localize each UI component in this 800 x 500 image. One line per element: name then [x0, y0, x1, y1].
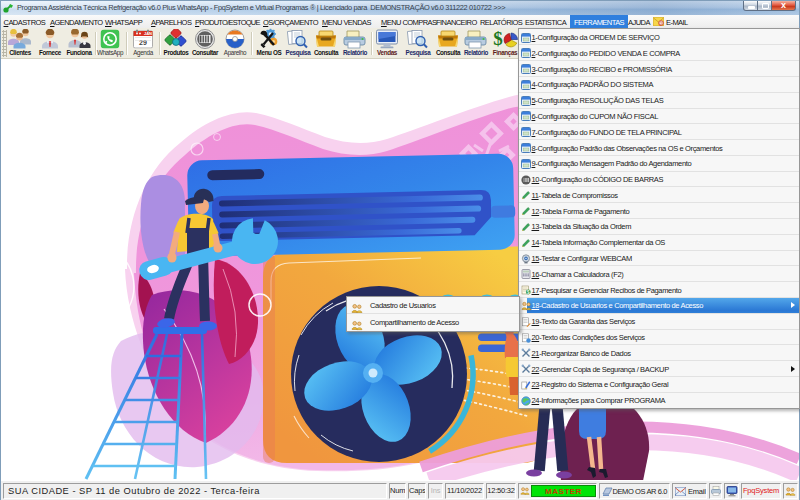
svg-text:$: $: [493, 29, 503, 49]
svg-text:JAN: JAN: [144, 31, 152, 36]
svg-text:29: 29: [139, 39, 147, 46]
svg-text:@: @: [658, 20, 663, 26]
